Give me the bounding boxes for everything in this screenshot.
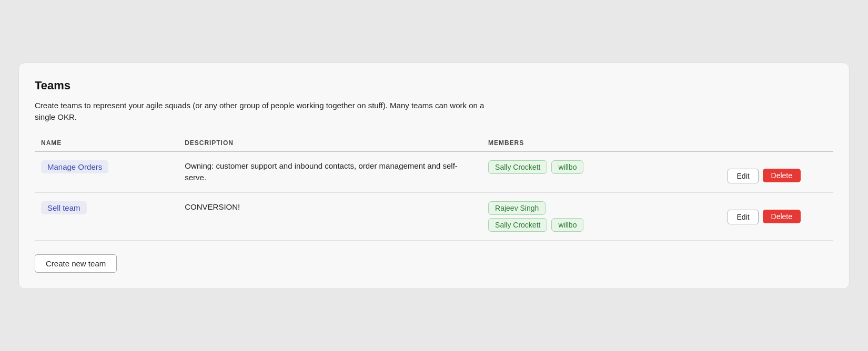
col-header-members: MEMBERS — [482, 135, 721, 151]
team-actions-cell-manage-orders: EditDelete — [721, 151, 833, 193]
team-name-cell-sell-team: Sell team — [35, 192, 178, 240]
team-description-text-manage-orders: Owning: customer support and inbound con… — [185, 161, 458, 182]
team-name-badge-manage-orders[interactable]: Manage Orders — [41, 160, 108, 173]
member-row: Rajeev Singh — [488, 201, 546, 215]
team-name-cell-manage-orders: Manage Orders — [35, 151, 178, 193]
col-header-description: DESCRIPTION — [178, 135, 482, 151]
col-header-actions — [721, 135, 833, 151]
teams-card: Teams Create teams to represent your agi… — [18, 63, 850, 289]
teams-table: NAME DESCRIPTION MEMBERS Manage OrdersOw… — [35, 135, 833, 241]
delete-button-sell-team[interactable]: Delete — [763, 210, 801, 223]
team-description-text-sell-team: CONVERSION! — [185, 202, 240, 211]
col-header-name: NAME — [35, 135, 178, 151]
team-description-cell-sell-team: CONVERSION! — [178, 192, 482, 240]
page-description: Create teams to represent your agile squ… — [35, 100, 487, 123]
actions-container: EditDelete — [728, 160, 827, 183]
delete-button-manage-orders[interactable]: Delete — [763, 169, 801, 182]
edit-button-sell-team[interactable]: Edit — [728, 210, 758, 224]
members-container: Rajeev SinghSally Crockettwillbo — [488, 201, 715, 232]
member-badge-rajeev-singh: Rajeev Singh — [488, 201, 546, 215]
team-name-badge-sell-team[interactable]: Sell team — [41, 201, 87, 214]
table-row: Sell teamCONVERSION!Rajeev SinghSally Cr… — [35, 192, 833, 240]
table-row: Manage OrdersOwning: customer support an… — [35, 151, 833, 193]
member-badge-sally-crockett-1: Sally Crockett — [488, 160, 547, 174]
member-badge-willbo-1: willbo — [551, 160, 583, 174]
member-badge-willbo-2: willbo — [551, 218, 583, 232]
edit-button-manage-orders[interactable]: Edit — [728, 169, 758, 183]
team-description-cell-manage-orders: Owning: customer support and inbound con… — [178, 151, 482, 193]
create-new-team-button[interactable]: Create new team — [35, 254, 117, 273]
team-members-cell-sell-team: Rajeev SinghSally Crockettwillbo — [482, 192, 721, 240]
actions-container: EditDelete — [728, 201, 827, 224]
member-badge-sally-crockett-2: Sally Crockett — [488, 218, 547, 232]
page-title: Teams — [35, 79, 833, 92]
team-actions-cell-sell-team: EditDelete — [721, 192, 833, 240]
team-members-cell-manage-orders: Sally Crockettwillbo — [482, 151, 721, 193]
members-container: Sally Crockettwillbo — [488, 160, 715, 174]
